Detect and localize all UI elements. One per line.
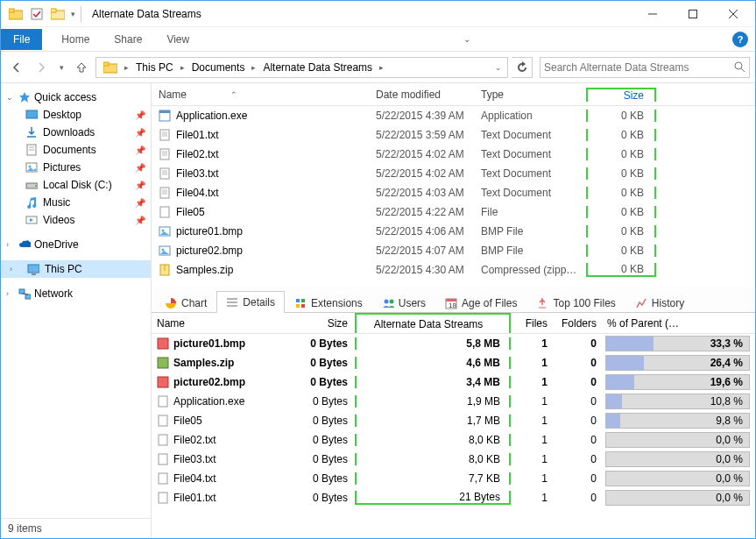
sidebar-item[interactable]: Downloads📌	[1, 124, 151, 141]
detail-row[interactable]: picture02.bmp0 Bytes3,4 MB1019,6 %	[152, 372, 755, 392]
search-icon[interactable]	[734, 61, 745, 73]
detail-row[interactable]: File01.txt0 Bytes21 Bytes100,0 %	[152, 488, 755, 507]
folder-item-icon	[25, 196, 38, 209]
detail-row[interactable]: Application.exe0 Bytes1,9 MB1010,8 %	[152, 392, 755, 411]
file-name: picture02.bmp	[176, 245, 243, 257]
up-button[interactable]	[71, 57, 92, 78]
tab-share[interactable]: Share	[102, 29, 154, 50]
svg-rect-59	[301, 299, 305, 302]
tab-home[interactable]: Home	[49, 29, 102, 50]
sidebar-item[interactable]: Local Disk (C:)📌	[1, 176, 151, 194]
sidebar-this-pc[interactable]: › This PC	[1, 260, 151, 278]
tab-view[interactable]: View	[154, 29, 201, 50]
forward-button[interactable]	[31, 57, 52, 78]
detail-row[interactable]: picture01.bmp0 Bytes5,8 MB1033,3 %	[152, 334, 755, 353]
detail-col-folders[interactable]: Folders	[555, 317, 604, 330]
detail-col-ads[interactable]: Alternate Data Streams	[355, 313, 511, 333]
sidebar-network[interactable]: › Network	[1, 285, 151, 302]
file-row[interactable]: File055/22/2015 4:22 AMFile0 KB	[152, 202, 755, 222]
chevron-right-icon[interactable]: ▸	[378, 63, 385, 72]
tab-label: Chart	[181, 297, 207, 309]
file-icon	[159, 264, 171, 276]
chevron-right-icon[interactable]: ▸	[250, 63, 258, 72]
detail-row[interactable]: File04.txt0 Bytes7,7 KB100,0 %	[152, 469, 755, 488]
detail-row[interactable]: Samples.zip0 Bytes4,6 MB1026,4 %	[152, 353, 755, 372]
file-row[interactable]: File02.txt5/22/2015 4:02 AMText Document…	[152, 145, 755, 164]
sidebar-onedrive[interactable]: › OneDrive	[1, 236, 151, 253]
sidebar-item[interactable]: Pictures📌	[1, 159, 151, 176]
breadcrumb-item[interactable]: This PC	[131, 58, 179, 77]
column-type[interactable]: Type	[481, 89, 586, 101]
breadcrumb-item[interactable]: Alternate Data Streams	[258, 58, 378, 77]
file-row[interactable]: Samples.zip5/22/2015 4:30 AMCompressed (…	[152, 260, 755, 280]
column-date[interactable]: Date modified	[376, 89, 481, 101]
svg-text:18: 18	[449, 301, 456, 309]
file-size: 0 KB	[586, 148, 656, 160]
detail-row[interactable]: File050 Bytes1,7 MB109,8 %	[152, 411, 755, 430]
minimize-button[interactable]	[632, 1, 673, 27]
detail-col-pct[interactable]: % of Parent (…	[604, 317, 755, 330]
lower-tab[interactable]: Details	[216, 291, 285, 313]
detail-row[interactable]: File02.txt0 Bytes8,0 KB100,0 %	[152, 430, 755, 450]
breadcrumb-dropdown-icon[interactable]: ⌄	[495, 63, 502, 72]
back-button[interactable]	[6, 57, 27, 78]
detail-ads: 8,0 KB	[355, 434, 511, 446]
breadcrumb-root-icon[interactable]	[98, 58, 123, 77]
sidebar-item[interactable]: Videos📌	[1, 211, 151, 229]
breadcrumb-item[interactable]: Documents	[187, 58, 251, 77]
lower-tab[interactable]: Extensions	[285, 292, 372, 313]
lower-tab[interactable]: Users	[372, 292, 435, 313]
file-row[interactable]: picture01.bmp5/22/2015 4:06 AMBMP File0 …	[152, 222, 755, 241]
file-row[interactable]: Application.exe5/22/2015 4:39 AMApplicat…	[152, 106, 755, 125]
search-box[interactable]	[540, 57, 750, 78]
folder-icon[interactable]	[6, 4, 25, 24]
file-size: 0 KB	[586, 129, 656, 141]
qat-dropdown-icon[interactable]: ▾	[69, 10, 77, 18]
file-row[interactable]: File01.txt5/22/2015 3:59 AMText Document…	[152, 125, 755, 145]
file-name: File01.txt	[176, 129, 219, 141]
detail-col-files[interactable]: Files	[511, 317, 555, 330]
lower-tab[interactable]: History	[625, 292, 694, 313]
row-file-icon	[157, 472, 169, 485]
file-row[interactable]: File03.txt5/22/2015 4:02 AMText Document…	[152, 164, 755, 183]
help-icon[interactable]: ?	[732, 32, 748, 47]
detail-name: picture02.bmp	[173, 376, 245, 388]
detail-col-name[interactable]: Name	[157, 317, 293, 330]
monitor-icon	[27, 263, 39, 275]
maximize-button[interactable]	[673, 1, 713, 27]
ribbon-expand-icon[interactable]: ⌄	[451, 30, 483, 48]
file-row[interactable]: picture02.bmp5/22/2015 4:07 AMBMP File0 …	[152, 241, 755, 260]
chevron-right-icon[interactable]: ▸	[123, 63, 131, 72]
close-button[interactable]	[713, 1, 753, 27]
properties-icon[interactable]	[27, 4, 46, 24]
detail-col-size[interactable]: Size	[293, 317, 355, 330]
lower-tab[interactable]: 18Age of Files	[435, 292, 526, 313]
file-type: Text Document	[481, 187, 586, 199]
lower-tab[interactable]: Chart	[155, 292, 216, 313]
search-input[interactable]	[544, 61, 734, 74]
tab-icon	[382, 297, 394, 309]
detail-row[interactable]: File03.txt0 Bytes8,0 KB100,0 %	[152, 450, 755, 469]
sidebar-item[interactable]: Documents📌	[1, 141, 151, 159]
svg-rect-70	[158, 377, 168, 387]
lower-tab[interactable]: Top 100 Files	[526, 292, 625, 313]
folder-item-icon	[25, 214, 38, 226]
detail-name: File02.txt	[173, 434, 216, 446]
sidebar-item[interactable]: Music📌	[1, 194, 151, 211]
file-name: Samples.zip	[176, 264, 233, 276]
column-size[interactable]: Size	[586, 88, 656, 102]
sidebar-quick-access[interactable]: ⌄ Quick access	[1, 89, 151, 106]
row-file-icon	[157, 492, 169, 504]
svg-rect-31	[159, 110, 170, 113]
detail-size: 0 Bytes	[293, 415, 355, 427]
breadcrumb[interactable]: ▸ This PC ▸ Documents ▸ Alternate Data S…	[95, 57, 508, 78]
new-folder-icon[interactable]	[48, 4, 67, 24]
file-tab[interactable]: File	[1, 29, 42, 50]
recent-dropdown-icon[interactable]: ▾	[55, 57, 67, 78]
refresh-button[interactable]	[512, 57, 533, 78]
chevron-right-icon[interactable]: ▸	[179, 63, 187, 72]
sidebar-item[interactable]: Desktop📌	[1, 106, 151, 124]
column-name[interactable]: Name	[159, 89, 187, 101]
file-date: 5/22/2015 4:03 AM	[376, 187, 481, 199]
file-row[interactable]: File04.txt5/22/2015 4:03 AMText Document…	[152, 183, 755, 202]
